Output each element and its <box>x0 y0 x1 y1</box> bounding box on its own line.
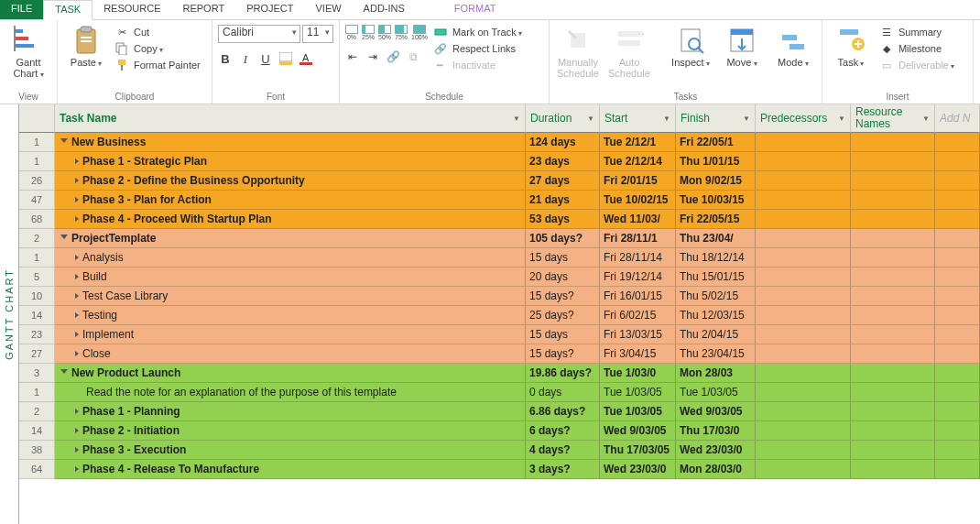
tab-resource[interactable]: RESOURCE <box>93 0 171 19</box>
tab-file[interactable]: FILE <box>0 0 43 19</box>
extra-cell[interactable] <box>935 171 980 191</box>
vertical-tab-gantt[interactable]: GANTT CHART <box>0 104 18 524</box>
start-cell[interactable]: Fri 28/11/14 <box>600 248 676 267</box>
percent-25-button[interactable]: 25% <box>362 25 375 40</box>
task-name-cell[interactable]: Phase 2 - Initiation <box>55 421 526 441</box>
task-name-cell[interactable]: Phase 4 - Release To Manufacture <box>55 460 526 479</box>
row-number[interactable]: 38 <box>19 441 55 460</box>
task-name-cell[interactable]: Read the note for an explanation of the … <box>55 383 526 402</box>
expand-icon[interactable] <box>75 178 79 183</box>
extra-cell[interactable] <box>935 229 980 248</box>
predecessors-cell[interactable] <box>756 306 851 325</box>
link-icon[interactable]: 🔗 <box>386 49 400 64</box>
duration-cell[interactable]: 105 days? <box>526 229 600 248</box>
row-number[interactable]: 1 <box>19 383 55 402</box>
predecessors-cell[interactable] <box>756 152 851 171</box>
finish-cell[interactable]: Tue 10/03/15 <box>676 191 756 210</box>
resource-cell[interactable] <box>851 364 935 383</box>
unlink-icon[interactable]: ⧉ <box>406 49 420 64</box>
table-row[interactable]: 2Phase 1 - Planning6.86 days?Tue 1/03/05… <box>19 402 980 421</box>
row-number[interactable]: 26 <box>19 171 55 191</box>
duration-cell[interactable]: 15 days? <box>526 344 600 364</box>
row-number[interactable]: 14 <box>19 421 55 441</box>
extra-cell[interactable] <box>935 421 980 441</box>
gantt-chart-button[interactable]: Gantt Chart <box>5 22 51 80</box>
resource-cell[interactable] <box>851 171 935 191</box>
row-number[interactable]: 1 <box>19 248 55 267</box>
predecessors-cell[interactable] <box>756 344 851 364</box>
start-cell[interactable]: Fri 3/04/15 <box>600 344 676 364</box>
duration-cell[interactable]: 15 days? <box>526 287 600 306</box>
table-row[interactable]: 1Read the note for an explanation of the… <box>19 383 980 402</box>
tab-report[interactable]: REPORT <box>172 0 236 19</box>
resource-cell[interactable] <box>851 383 935 402</box>
extra-cell[interactable] <box>935 306 980 325</box>
start-cell[interactable]: Wed 11/03/ <box>600 210 676 229</box>
resource-cell[interactable] <box>851 460 935 479</box>
start-cell[interactable]: Tue 1/03/05 <box>600 383 676 402</box>
finish-cell[interactable]: Mon 28/03 <box>676 364 756 383</box>
expand-icon[interactable] <box>75 351 79 356</box>
task-name-cell[interactable]: Build <box>55 267 526 287</box>
predecessors-cell[interactable] <box>756 325 851 344</box>
resource-cell[interactable] <box>851 325 935 344</box>
duration-cell[interactable]: 6 days? <box>526 421 600 441</box>
row-number[interactable]: 68 <box>19 210 55 229</box>
row-number[interactable]: 2 <box>19 402 55 421</box>
outdent-icon[interactable]: ⇤ <box>345 49 360 64</box>
table-row[interactable]: 5Build20 daysFri 19/12/14Thu 15/01/15 <box>19 267 980 287</box>
inactivate-button[interactable]: ━Inactivate <box>433 58 543 72</box>
predecessors-cell[interactable] <box>756 133 851 152</box>
table-row[interactable]: 10Test Case Library15 days?Fri 16/01/15T… <box>19 287 980 306</box>
font-color-button[interactable]: A <box>299 52 313 68</box>
start-cell[interactable]: Thu 17/03/05 <box>600 441 676 460</box>
finish-cell[interactable]: Wed 23/03/0 <box>676 441 756 460</box>
expand-icon[interactable] <box>75 255 79 260</box>
extra-cell[interactable] <box>935 152 980 171</box>
task-name-cell[interactable]: Phase 3 - Plan for Action <box>55 191 526 210</box>
italic-button[interactable]: I <box>238 52 253 68</box>
task-name-cell[interactable]: New Product Launch <box>55 364 526 383</box>
mark-on-track-button[interactable]: Mark on Track <box>433 25 543 39</box>
summary-button[interactable]: ☰Summary <box>879 25 967 39</box>
task-name-cell[interactable]: Test Case Library <box>55 287 526 306</box>
extra-cell[interactable] <box>935 191 980 210</box>
tab-task[interactable]: TASK <box>43 0 93 20</box>
duration-cell[interactable]: 27 days <box>526 171 600 191</box>
start-cell[interactable]: Fri 19/12/14 <box>600 267 676 287</box>
task-name-cell[interactable]: Phase 3 - Execution <box>55 441 526 460</box>
start-cell[interactable]: Tue 10/02/15 <box>600 191 676 210</box>
inspect-button[interactable]: Inspect <box>668 22 713 69</box>
resource-cell[interactable] <box>851 306 935 325</box>
finish-cell[interactable]: Thu 23/04/15 <box>676 344 756 364</box>
row-number[interactable]: 5 <box>19 267 55 287</box>
finish-cell[interactable]: Thu 23/04/ <box>676 229 756 248</box>
task-name-cell[interactable]: Analysis <box>55 248 526 267</box>
start-cell[interactable]: Fri 16/01/15 <box>600 287 676 306</box>
resource-cell[interactable] <box>851 441 935 460</box>
tab-addins[interactable]: ADD-INS <box>353 0 416 19</box>
duration-cell[interactable]: 15 days <box>526 325 600 344</box>
predecessors-cell[interactable] <box>756 460 851 479</box>
insert-task-button[interactable]: Task <box>828 22 874 69</box>
font-size-select[interactable]: 11 <box>302 25 333 43</box>
expand-icon[interactable] <box>75 466 79 472</box>
row-number[interactable]: 27 <box>19 344 55 364</box>
finish-cell[interactable]: Thu 1/01/15 <box>676 152 756 171</box>
expand-icon[interactable] <box>75 332 79 337</box>
corner-cell[interactable] <box>19 104 55 133</box>
predecessors-cell[interactable] <box>756 421 851 441</box>
resource-cell[interactable] <box>851 133 935 152</box>
col-header-resource[interactable]: Resource Names▼ <box>851 104 935 133</box>
resource-cell[interactable] <box>851 229 935 248</box>
duration-cell[interactable]: 20 days <box>526 267 600 287</box>
row-number[interactable]: 64 <box>19 460 55 479</box>
copy-button[interactable]: Copy <box>114 41 206 56</box>
task-name-cell[interactable]: Phase 4 - Proceed With Startup Plan <box>55 210 526 229</box>
finish-cell[interactable]: Fri 22/05/1 <box>676 133 756 152</box>
table-row[interactable]: 2ProjectTemplate105 days?Fri 28/11/1Thu … <box>19 229 980 248</box>
underline-button[interactable]: U <box>258 52 273 68</box>
extra-cell[interactable] <box>935 460 980 479</box>
table-row[interactable]: 14Phase 2 - Initiation6 days?Wed 9/03/05… <box>19 421 980 441</box>
table-row[interactable]: 64Phase 4 - Release To Manufacture3 days… <box>19 460 980 479</box>
